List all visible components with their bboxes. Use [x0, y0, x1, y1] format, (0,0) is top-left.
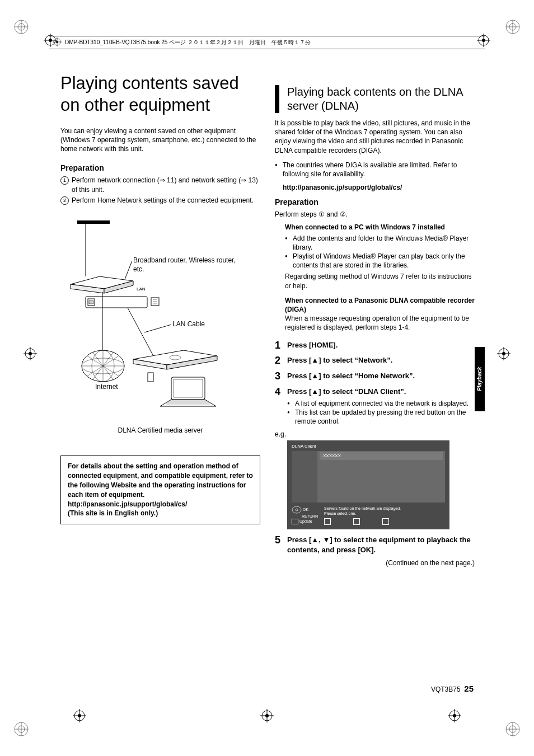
support-url: http://panasonic.jp/support/global/cs/	[283, 183, 475, 192]
step-number: 3	[275, 371, 287, 382]
document-page: DMP-BDT310_110EB-VQT3B75.book 25 ページ ２０１…	[0, 0, 534, 756]
color-button-icon	[324, 518, 331, 525]
step-text: Press [HOME].	[287, 341, 338, 349]
list-item: A list of equipment connected via the ne…	[287, 399, 475, 408]
step-text: Press [▲] to select “Home Network”.	[287, 372, 415, 380]
svg-rect-65	[148, 373, 153, 382]
list-text: The countries where DIGA is available ar…	[283, 161, 475, 179]
circled-number-icon: 2	[60, 196, 72, 205]
step-item: 3 Press [▲] to select “Home Network”.	[275, 371, 475, 382]
legend-update: Update	[299, 519, 312, 523]
intro-paragraph: You can enjoy viewing a content saved on…	[60, 126, 260, 154]
note-box: For details about the setting and operat…	[60, 456, 260, 524]
list-item: Add the contents and folder to the Windo…	[285, 234, 475, 252]
registration-mark-icon	[73, 709, 86, 722]
color-buttons	[324, 518, 445, 525]
svg-rect-67	[174, 379, 203, 397]
content-area: Playing contents saved on other equipmen…	[60, 73, 475, 567]
legend-ok: OK	[303, 508, 308, 511]
list-item: This list can be updated by pressing the…	[287, 408, 475, 426]
step-item: 5 Press [▲, ▼] to select the equipment t…	[275, 535, 475, 555]
crop-mark-icon	[13, 721, 29, 737]
example-label: e.g.	[275, 430, 475, 438]
list-text: Playlist of Windows Media® Player can pl…	[293, 252, 475, 270]
step-number: 1	[275, 340, 287, 351]
screen-body: XXXXXX	[292, 451, 445, 503]
left-column: Playing contents saved on other equipmen…	[60, 73, 260, 567]
list-text: This list can be updated by pressing the…	[295, 408, 475, 426]
step-number: 2	[275, 355, 287, 367]
step-item: 2 Press [▲] to select “Network”.	[275, 355, 475, 367]
diga-text: When a message requesting operation of t…	[285, 314, 475, 332]
color-button-icon	[292, 519, 298, 524]
right-column: Playing back contents on the DLNA server…	[275, 73, 475, 567]
svg-line-45	[125, 261, 132, 279]
section-tab: Playback	[475, 347, 485, 411]
doc-code: VQT3B75	[431, 685, 461, 693]
list-item: Playlist of Windows Media® Player can pl…	[285, 252, 475, 270]
page-number: 25	[464, 684, 474, 693]
svg-line-55	[144, 325, 171, 332]
pc-heading: When connected to a PC with Windows 7 in…	[285, 223, 475, 232]
svg-rect-48	[89, 300, 93, 304]
registration-mark-icon	[24, 347, 37, 360]
step-text: Press [▲] to select “Network”.	[287, 356, 392, 364]
dpad-icon	[292, 506, 302, 514]
step-number: 5	[275, 535, 287, 555]
list-text: Add the contents and folder to the Windo…	[293, 234, 475, 252]
availability-list: The countries where DIGA is available ar…	[275, 161, 475, 179]
pc-note: Regarding setting method of Windows 7 re…	[285, 272, 475, 290]
preparation-list: 1 Perform network connection (⇒ 11) and …	[60, 176, 260, 205]
svg-point-64	[170, 355, 181, 360]
diagram-label-lan: LAN	[137, 287, 146, 292]
section-heading: Playing back contents on the DLNA server…	[275, 85, 475, 113]
dlna-screenshot: DLNA Client XXXXXX OK RETURN	[287, 440, 449, 529]
pc-bullets: Add the contents and folder to the Windo…	[285, 234, 475, 270]
screen-legend-right: Servers found on the network are display…	[324, 506, 445, 525]
crop-mark-icon	[505, 19, 521, 35]
crop-mark-icon	[13, 19, 29, 35]
svg-rect-40	[77, 220, 110, 224]
diagram-label-lancable: LAN Cable	[172, 320, 205, 329]
color-button-icon	[382, 518, 389, 525]
color-button-icon	[353, 518, 360, 525]
step-text: Press [▲, ▼] to select the equipment to …	[287, 536, 471, 554]
legend-message: Servers found on the network are display…	[324, 506, 445, 516]
registration-mark-icon	[448, 709, 461, 722]
section-title: Playing back contents on the DLNA server…	[287, 85, 475, 113]
page-footer: VQT3B75 25	[431, 684, 474, 693]
preparation-heading: Preparation	[275, 198, 475, 206]
screen-left-strip	[292, 451, 317, 503]
svg-point-73	[292, 506, 301, 513]
svg-point-74	[296, 509, 298, 511]
list-item: The countries where DIGA is available ar…	[275, 161, 475, 179]
step-list-continued: 5 Press [▲, ▼] to select the equipment t…	[275, 535, 475, 555]
prep-text: Perform Home Network settings of the con…	[72, 196, 260, 205]
list-text: A list of equipment connected via the ne…	[295, 399, 469, 408]
legend-return: RETURN	[302, 514, 318, 518]
diagram-caption: DLNA Certified media server	[60, 426, 260, 435]
registration-mark-icon	[260, 709, 274, 722]
step-number: 4	[275, 387, 287, 426]
step-list: 1 Press [HOME]. 2 Press [▲] to select “N…	[275, 340, 475, 426]
header-text: DMP-BDT310_110EB-VQT3B75.book 25 ページ ２０１…	[65, 39, 311, 46]
continued-note: (Continued on the next page.)	[275, 559, 475, 567]
screen-legend-left: OK RETURN Update	[292, 506, 324, 524]
diga-heading: When connected to a Panasonic DLNA compa…	[285, 296, 475, 314]
crop-mark-icon	[505, 721, 521, 737]
heading-bar-icon	[275, 85, 279, 113]
registration-mark-icon	[497, 347, 510, 360]
screen-title: DLNA Client	[292, 444, 445, 449]
header-bar: DMP-BDT310_110EB-VQT3B75.book 25 ページ ２０１…	[49, 36, 485, 49]
prep-intro: Perform steps ① and ②.	[275, 210, 475, 219]
page-title: Playing contents saved on other equipmen…	[60, 73, 260, 116]
step-text: Press [▲] to select “DLNA Client”.	[287, 387, 406, 396]
network-diagram: Broadband router, Wireless router, etc. …	[60, 220, 260, 439]
step-item: 1 Press [HOME].	[275, 340, 475, 351]
diagram-label-router: Broadband router, Wireless router, etc.	[133, 256, 245, 274]
diagram-label-internet: Internet	[95, 383, 118, 392]
prep-text: Perform network connection (⇒ 11) and ne…	[72, 176, 260, 195]
intro-paragraph: It is possible to play back the video, s…	[275, 119, 475, 155]
preparation-heading: Preparation	[60, 163, 260, 172]
circled-number-icon: 1	[60, 176, 72, 195]
